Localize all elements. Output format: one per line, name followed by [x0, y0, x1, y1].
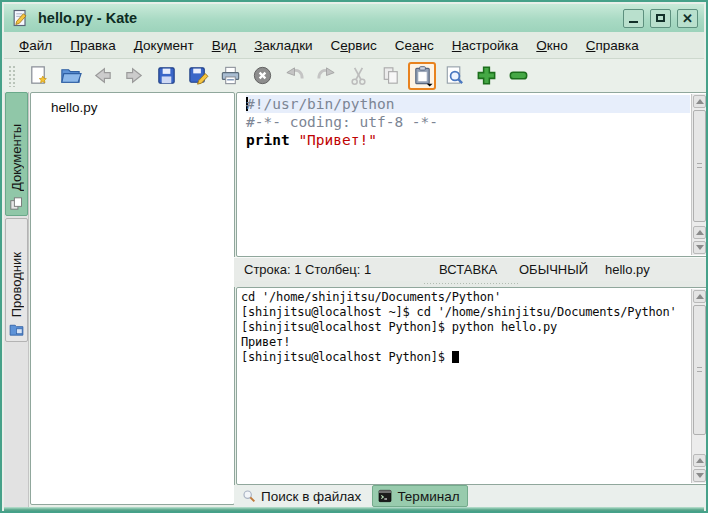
tab-terminal[interactable]: Терминал [372, 485, 467, 507]
scroll-up-button[interactable] [693, 290, 706, 303]
copy-icon [379, 64, 402, 87]
arrow-down-icon [696, 473, 704, 478]
forward-icon [123, 64, 146, 87]
increase-font-icon [475, 64, 498, 87]
code-line[interactable]: print "Привет!" [246, 131, 690, 149]
copy-button[interactable] [376, 62, 404, 90]
print-button[interactable] [216, 62, 244, 90]
arrow-up-icon [696, 99, 704, 104]
sidebar-tab-documents[interactable]: Документы [5, 92, 28, 216]
cursor-position: Строка: 1 Столбец: 1 [244, 262, 371, 277]
arrow-up-icon [696, 294, 704, 299]
close-document-button[interactable] [248, 62, 276, 90]
undo-icon [283, 64, 306, 87]
menu-item-правка[interactable]: Правка [61, 35, 125, 56]
code-line[interactable]: #-*- coding: utf-8 -*- [246, 113, 690, 131]
close-icon: ✕ [682, 12, 693, 25]
menu-item-окно[interactable]: Окно [527, 35, 576, 56]
decrease-font-button[interactable] [504, 62, 532, 90]
documents-icon [8, 195, 25, 212]
find-button[interactable] [440, 62, 468, 90]
search-in-files-icon [241, 488, 257, 504]
save-button[interactable] [152, 62, 180, 90]
terminal-scrollbar[interactable] [691, 289, 706, 483]
cut-icon [347, 64, 370, 87]
menubar: ФайлПравкаДокументВидЗакладкиСервисСеанс… [4, 32, 704, 59]
close-document-icon [251, 64, 274, 87]
back-button[interactable] [88, 62, 116, 90]
statusbar-filename: hello.py [605, 262, 650, 277]
print-icon [219, 64, 242, 87]
arrow-up-icon [696, 230, 704, 235]
tab-terminal-label: Терминал [397, 489, 459, 504]
scroll-up-button[interactable] [693, 95, 706, 108]
arrow-up-icon [696, 458, 704, 463]
scroll-up-button-2[interactable] [693, 226, 706, 239]
terminal-line: [shinjitsu@localhost Python]$ [241, 350, 690, 365]
redo-icon [315, 64, 338, 87]
close-button[interactable]: ✕ [677, 9, 698, 28]
tab-search-in-files[interactable]: Поиск в файлах [237, 486, 368, 506]
scrollbar-thumb[interactable] [693, 110, 706, 222]
scroll-up-button-2[interactable] [693, 454, 706, 467]
sidebar-tab-filesystem[interactable]: Проводник [5, 218, 28, 342]
splitter-grip [423, 282, 519, 286]
open-folder-icon [59, 64, 82, 87]
thumb-grip [697, 163, 702, 168]
increase-font-button[interactable] [472, 62, 500, 90]
scrollbar-thumb[interactable] [693, 305, 706, 435]
save-as-icon [187, 64, 210, 87]
sidebar-tab-filesystem-label: Проводник [9, 252, 24, 317]
terminal-output: cd '/home/shinjitsu/Documents/Python'[sh… [241, 290, 690, 365]
sidebar-tab-documents-label: Документы [9, 124, 24, 191]
maximize-button[interactable] [650, 9, 671, 28]
documents-list-panel: hello.py [30, 92, 235, 505]
terminal-line: cd '/home/shinjitsu/Documents/Python' [241, 290, 690, 305]
main-area: Документы Проводник hello.py # [4, 92, 704, 507]
cut-button[interactable] [344, 62, 372, 90]
insert-mode-indicator: ВСТАВКА [439, 262, 497, 277]
open-folder-button[interactable] [56, 62, 84, 90]
menu-item-настройка[interactable]: Настройка [443, 35, 527, 56]
menu-item-закладки[interactable]: Закладки [245, 35, 321, 56]
new-document-button[interactable] [24, 62, 52, 90]
scroll-down-button[interactable] [693, 469, 706, 482]
save-icon [155, 64, 178, 87]
text-editor[interactable]: #!/usr/bin/python#-*- coding: utf-8 -*-p… [236, 92, 708, 257]
left-sidebar-tabstrip: Документы Проводник [4, 92, 29, 507]
find-icon [443, 64, 466, 87]
save-as-button[interactable] [184, 62, 212, 90]
bottom-tool-tabbar: Поиск в файлах Терминал [234, 485, 708, 507]
toolbar-drag-handle[interactable] [8, 65, 16, 87]
paste-button[interactable] [408, 62, 436, 90]
minimize-icon [629, 21, 638, 23]
undo-button[interactable] [280, 62, 308, 90]
terminal-line: Привет! [241, 335, 690, 350]
scroll-down-button[interactable] [693, 241, 706, 254]
menu-item-сеанс[interactable]: Сеанс [386, 35, 443, 56]
document-list-item[interactable]: hello.py [31, 93, 234, 115]
redo-button[interactable] [312, 62, 340, 90]
forward-button[interactable] [120, 62, 148, 90]
menu-item-документ[interactable]: Документ [125, 35, 203, 56]
menu-item-сервис[interactable]: Сервис [322, 35, 386, 56]
decrease-font-icon [507, 64, 530, 87]
menu-item-файл[interactable]: Файл [10, 35, 61, 56]
window-title: hello.py - Kate [38, 10, 137, 26]
editor-scrollbar[interactable] [691, 94, 706, 255]
paste-icon [411, 64, 434, 87]
terminal-cursor [452, 351, 459, 363]
edit-mode-indicator: ОБЫЧНЫЙ [519, 262, 588, 277]
kate-app-icon [10, 8, 30, 28]
menu-item-справка[interactable]: Справка [577, 35, 648, 56]
window-bottom-border [4, 507, 704, 511]
tab-search-label: Поиск в файлах [261, 489, 361, 504]
titlebar[interactable]: hello.py - Kate ✕ [4, 4, 704, 32]
terminal-panel[interactable]: cd '/home/shinjitsu/Documents/Python'[sh… [236, 287, 708, 485]
arrow-down-icon [696, 245, 704, 250]
code-line[interactable]: #!/usr/bin/python [246, 95, 690, 113]
maximize-icon [656, 14, 665, 22]
terminal-line: [shinjitsu@localhost Python]$ python hel… [241, 320, 690, 335]
menu-item-вид[interactable]: Вид [203, 35, 245, 56]
minimize-button[interactable] [623, 9, 644, 28]
